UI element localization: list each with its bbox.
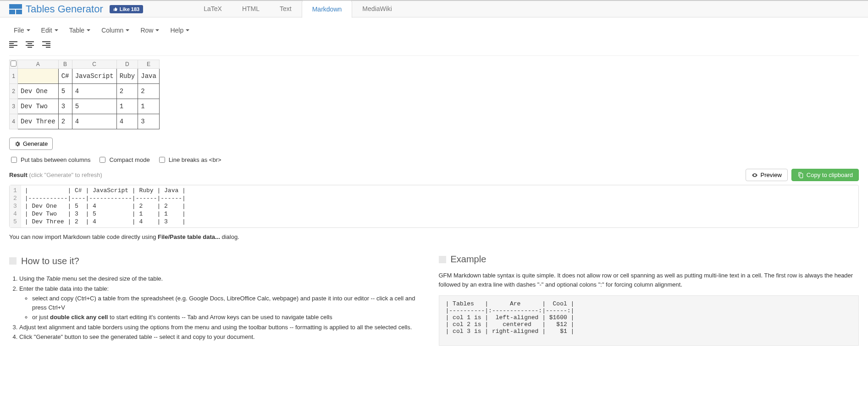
- opt-tabs-checkbox[interactable]: [11, 157, 17, 163]
- cell[interactable]: 5: [58, 84, 72, 99]
- menu-edit[interactable]: Edit: [37, 24, 63, 37]
- list-item: Click "Generate" button to see the gener…: [19, 332, 430, 342]
- cell[interactable]: 2: [58, 114, 72, 129]
- cell[interactable]: Dev One: [18, 84, 59, 99]
- cell[interactable]: 4: [72, 114, 116, 129]
- import-note: You can now import Markdown table code d…: [9, 233, 859, 240]
- menu-help[interactable]: Help: [166, 24, 194, 37]
- cell[interactable]: Java: [138, 69, 160, 84]
- align-left-icon[interactable]: [9, 41, 17, 49]
- howto-heading: How to use it?: [9, 254, 430, 268]
- result-label: Result (click "Generate" to refresh): [9, 172, 102, 178]
- col-header[interactable]: A: [18, 60, 59, 69]
- chevron-down-icon: [27, 29, 30, 31]
- align-right-icon[interactable]: [42, 41, 50, 49]
- cell[interactable]: Dev Two: [18, 99, 59, 114]
- result-code[interactable]: 12345 | | C# | JavaScript | Ruby | Java …: [9, 185, 859, 228]
- copy-button[interactable]: Copy to clipboard: [791, 169, 859, 181]
- generate-button[interactable]: Generate: [9, 138, 53, 150]
- cell[interactable]: 5: [72, 99, 116, 114]
- col-header[interactable]: E: [138, 60, 160, 69]
- menu-file[interactable]: File: [9, 24, 35, 37]
- cell[interactable]: 3: [138, 114, 160, 129]
- cell[interactable]: 4: [72, 84, 116, 99]
- cell[interactable]: Ruby: [116, 69, 138, 84]
- thumbs-up-icon: [113, 7, 118, 11]
- row-header[interactable]: 3: [10, 99, 18, 114]
- logo[interactable]: Tables Generator: [9, 3, 103, 15]
- col-header[interactable]: B: [58, 60, 72, 69]
- fb-like-button[interactable]: Like 183: [110, 5, 143, 13]
- opt-tabs[interactable]: Put tabs between columns: [9, 155, 90, 164]
- opt-compact-checkbox[interactable]: [100, 157, 105, 163]
- example-heading: Example: [439, 254, 859, 265]
- menu-row[interactable]: Row: [136, 24, 164, 37]
- row-header[interactable]: 1: [10, 69, 18, 84]
- list-item: or just double click any cell to start e…: [32, 313, 430, 322]
- logo-icon: [9, 4, 22, 14]
- gear-icon: [14, 141, 21, 147]
- cell[interactable]: 4: [116, 114, 138, 129]
- tab-mediawiki[interactable]: MediaWiki: [352, 0, 402, 17]
- format-tabs: LaTeXHTMLTextMarkdownMediaWiki: [194, 0, 402, 17]
- cell[interactable]: 2: [116, 84, 138, 99]
- example-section: Example GFM Markdown table syntax is qui…: [439, 254, 859, 346]
- cell[interactable]: 3: [58, 99, 72, 114]
- col-header[interactable]: C: [72, 60, 116, 69]
- cell[interactable]: 1: [116, 99, 138, 114]
- code-gutter: 12345: [10, 185, 21, 227]
- clipboard-icon: [797, 172, 804, 178]
- tab-html[interactable]: HTML: [232, 0, 270, 17]
- tab-text[interactable]: Text: [270, 0, 302, 17]
- col-header[interactable]: D: [116, 60, 138, 69]
- chevron-down-icon: [126, 29, 129, 31]
- cell[interactable]: JavaScript: [72, 69, 116, 84]
- cell[interactable]: Dev Three: [18, 114, 59, 129]
- logo-text: Tables Generator: [26, 3, 103, 15]
- chevron-down-icon: [186, 29, 189, 31]
- opt-br[interactable]: Line breaks as <br>: [157, 155, 221, 164]
- options-row: Put tabs between columns Compact mode Li…: [9, 155, 859, 164]
- opt-br-checkbox[interactable]: [159, 157, 165, 163]
- topbar: Tables Generator Like 183 LaTeXHTMLTextM…: [0, 0, 868, 17]
- preview-button[interactable]: Preview: [746, 169, 788, 181]
- eye-icon: [752, 172, 758, 178]
- list-item: select and copy (Ctrl+C) a table from th…: [32, 294, 430, 312]
- list-item: Adjust text alignment and table borders …: [19, 323, 430, 332]
- cell[interactable]: 1: [138, 99, 160, 114]
- row-header[interactable]: 2: [10, 84, 18, 99]
- align-center-icon[interactable]: [26, 41, 34, 49]
- code-lines[interactable]: | | C# | JavaScript | Ruby | Java | |---…: [21, 185, 189, 227]
- example-text: GFM Markdown table syntax is quite simpl…: [439, 271, 859, 289]
- howto-section: How to use it? Using the Table menu set …: [9, 254, 430, 346]
- list-item: Enter the table data into the table: sel…: [19, 284, 430, 322]
- chevron-down-icon: [155, 29, 159, 31]
- align-toolbar: [9, 41, 859, 56]
- cell[interactable]: C#: [58, 69, 72, 84]
- row-header[interactable]: 4: [10, 114, 18, 129]
- fb-like-label: Like 183: [120, 6, 139, 12]
- cell[interactable]: [18, 69, 59, 84]
- chevron-down-icon: [87, 29, 90, 31]
- opt-compact[interactable]: Compact mode: [98, 155, 149, 164]
- list-item: Using the Table menu set the desired siz…: [19, 274, 430, 283]
- menubar: FileEditTableColumnRowHelp: [9, 17, 859, 41]
- tab-markdown[interactable]: Markdown: [302, 0, 353, 18]
- menu-table[interactable]: Table: [65, 24, 95, 37]
- tab-latex[interactable]: LaTeX: [194, 0, 232, 17]
- example-code[interactable]: | Tables | Are | Cool | |----------|:---…: [439, 295, 859, 346]
- menu-column[interactable]: Column: [97, 24, 134, 37]
- chevron-down-icon: [55, 29, 58, 31]
- cell[interactable]: 2: [138, 84, 160, 99]
- generate-label: Generate: [23, 140, 48, 147]
- select-all[interactable]: [10, 60, 18, 69]
- table-editor[interactable]: ABCDE1C#JavaScriptRubyJava2Dev One54223D…: [9, 60, 859, 129]
